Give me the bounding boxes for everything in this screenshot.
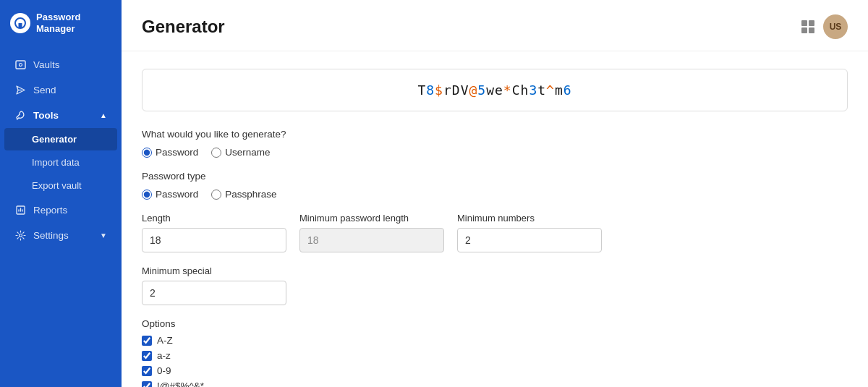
password-type-radio[interactable] — [142, 190, 152, 200]
pwd-8: 8 — [426, 82, 435, 98]
reports-icon — [14, 204, 26, 216]
app-logo — [10, 13, 30, 33]
pwd-h: h — [521, 82, 529, 98]
options-checkbox-group: A-Z a-z 0-9 !@#$%^&* Avoid ambiguous cha… — [142, 335, 848, 387]
sidebar-item-settings-label: Settings — [33, 230, 69, 241]
sidebar-item-import-label: Import data — [32, 157, 80, 168]
header-right: US — [801, 14, 848, 39]
option-az-lower[interactable]: a-z — [142, 350, 848, 361]
opt-az-lower-checkbox[interactable] — [142, 351, 152, 361]
options-label: Options — [142, 318, 848, 329]
passphrase-type-option-label: Passphrase — [225, 189, 276, 200]
pwd-m: m — [555, 82, 563, 98]
pwd-caret: ^ — [546, 82, 555, 98]
settings-chevron-icon: ▼ — [100, 231, 107, 239]
svg-rect-0 — [16, 61, 25, 69]
passphrase-type-option[interactable]: Passphrase — [211, 189, 276, 200]
vault-icon — [14, 59, 26, 70]
grid-view-icon[interactable] — [801, 20, 814, 33]
pwd-at: @ — [469, 82, 477, 98]
option-09[interactable]: 0-9 — [142, 365, 848, 376]
generate-question-label: What would you like to generate? — [142, 129, 848, 140]
min-password-length-field-group: Minimum password length — [299, 213, 444, 252]
password-type-group: Password Passphrase — [142, 189, 848, 200]
min-password-length-input — [299, 228, 444, 252]
min-special-field-group: Minimum special — [142, 265, 286, 305]
password-radio[interactable] — [142, 148, 152, 158]
pwd-w: w — [486, 82, 495, 98]
sidebar-item-generator-label: Generator — [32, 134, 77, 145]
sidebar-item-vaults-label: Vaults — [33, 59, 60, 70]
opt-special-checkbox[interactable] — [142, 381, 152, 388]
min-password-length-label: Minimum password length — [299, 213, 444, 224]
svg-point-1 — [19, 63, 22, 66]
sidebar-item-tools-label: Tools — [33, 110, 59, 121]
opt-special-label: !@#$%^&* — [157, 380, 204, 387]
sidebar-item-send-label: Send — [33, 85, 56, 95]
opt-az-lower-label: a-z — [157, 350, 171, 361]
option-special-chars[interactable]: !@#$%^&* — [142, 380, 848, 387]
send-icon — [14, 84, 26, 95]
sidebar-item-generator[interactable]: Generator — [4, 128, 117, 150]
min-special-input[interactable] — [142, 281, 286, 305]
min-special-label: Minimum special — [142, 265, 286, 276]
opt-09-checkbox[interactable] — [142, 366, 152, 376]
username-radio[interactable] — [211, 148, 221, 158]
pwd-t: t — [537, 82, 546, 98]
min-numbers-label: Minimum numbers — [457, 213, 602, 224]
password-type-label: Password type — [142, 171, 848, 182]
sidebar-item-export-label: Export vault — [32, 180, 82, 191]
password-type-option[interactable]: Password — [142, 189, 198, 200]
sidebar-item-tools[interactable]: Tools ▲ — [4, 103, 117, 127]
pwd-V: V — [461, 82, 469, 98]
password-type-option-label: Password — [156, 189, 198, 200]
option-az-upper[interactable]: A-Z — [142, 335, 848, 346]
sidebar-item-settings[interactable]: Settings ▼ — [4, 223, 117, 247]
pwd-6: 6 — [563, 82, 572, 98]
tools-chevron-icon: ▲ — [100, 111, 107, 119]
generator-content: T8$rDV@5we*Ch3t^m6 What would you like t… — [122, 51, 868, 387]
min-special-row: Minimum special — [142, 265, 848, 305]
sidebar: Password Manager Vaults Send — [0, 0, 122, 387]
settings-icon — [14, 229, 26, 241]
sidebar-item-reports[interactable]: Reports — [4, 197, 117, 222]
pwd-dollar: $ — [435, 82, 443, 98]
sidebar-header: Password Manager — [0, 0, 122, 46]
min-numbers-field-group: Minimum numbers — [457, 213, 602, 252]
password-display: T8$rDV@5we*Ch3t^m6 — [142, 69, 848, 111]
main-header: Generator US — [122, 0, 868, 51]
pwd-C: C — [512, 82, 521, 98]
pwd-r: r — [443, 82, 452, 98]
min-numbers-input[interactable] — [457, 228, 602, 252]
pwd-5: 5 — [477, 82, 486, 98]
opt-az-upper-checkbox[interactable] — [142, 336, 152, 346]
opt-az-upper-label: A-Z — [157, 335, 173, 346]
sidebar-nav: Vaults Send Tools ▲ Generator — [0, 46, 122, 387]
length-label: Length — [142, 213, 286, 224]
username-option[interactable]: Username — [211, 147, 270, 158]
tools-icon — [14, 109, 26, 121]
avatar[interactable]: US — [823, 14, 848, 39]
password-option-label: Password — [156, 147, 198, 158]
pwd-e: e — [495, 82, 503, 98]
app-name: Password Manager — [36, 12, 111, 34]
password-option[interactable]: Password — [142, 147, 198, 158]
sidebar-item-vaults[interactable]: Vaults — [4, 52, 117, 77]
sidebar-item-import-data[interactable]: Import data — [4, 151, 117, 174]
main-content: Generator US T8$rDV@5we*Ch3t^m6 What wou… — [122, 0, 868, 387]
svg-point-3 — [19, 234, 22, 237]
sidebar-item-send[interactable]: Send — [4, 77, 117, 102]
generate-type-group: Password Username — [142, 147, 848, 158]
length-input[interactable] — [142, 228, 286, 252]
length-field-group: Length — [142, 213, 286, 252]
opt-09-label: 0-9 — [157, 365, 171, 376]
pwd-T: T — [417, 82, 426, 98]
page-title: Generator — [142, 17, 225, 37]
pwd-3: 3 — [529, 82, 537, 98]
length-fields-row: Length Minimum password length Minimum n… — [142, 213, 848, 252]
pwd-star: * — [503, 82, 512, 98]
username-option-label: Username — [225, 147, 270, 158]
sidebar-item-export-vault[interactable]: Export vault — [4, 174, 117, 197]
sidebar-item-reports-label: Reports — [33, 205, 67, 216]
passphrase-type-radio[interactable] — [211, 190, 221, 200]
